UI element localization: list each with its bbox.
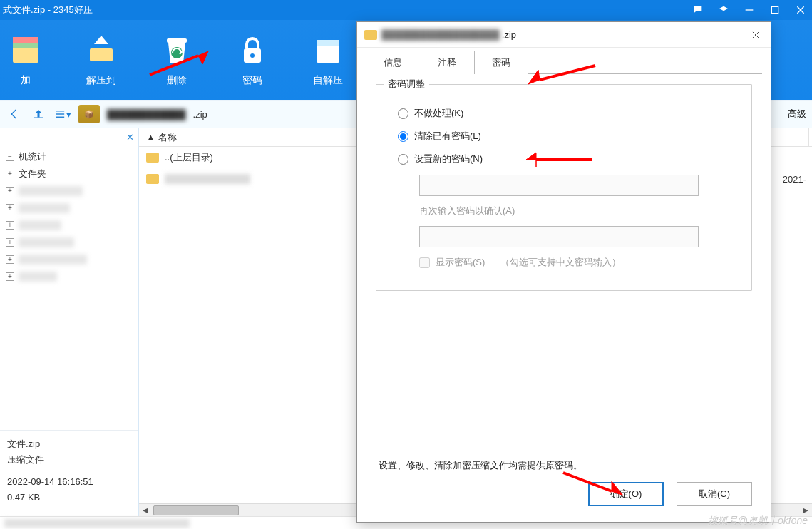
password-group: 密码调整 不做处理(K) 清除已有密码(L) 设置新的密码(N) 再次输入密码以… (376, 84, 752, 291)
delete-icon (157, 30, 197, 70)
lock-icon (232, 30, 272, 70)
dialog-archive-icon (364, 30, 377, 40)
toolbar-add[interactable]: 加 (0, 30, 51, 87)
tree-item[interactable]: + (6, 200, 133, 217)
radio-none[interactable]: 不做处理(K) (398, 102, 730, 125)
svg-rect-4 (13, 37, 38, 43)
tree-item[interactable]: +文件夹 (6, 165, 133, 183)
svg-rect-6 (167, 38, 187, 43)
toolbar-sfx[interactable]: 自解压 (302, 30, 354, 87)
dialog-close-icon[interactable] (748, 27, 764, 43)
sidebar-close-icon[interactable]: ✕ (126, 132, 134, 143)
path-extension: .zip (193, 109, 207, 120)
svg-rect-9 (317, 46, 339, 63)
tree-blurred (19, 220, 61, 230)
tree-label: 机统计 (19, 150, 46, 163)
toolbar-delete-label: 删除 (167, 74, 187, 87)
confirm-label: 再次输入密码以确认(A) (419, 205, 730, 217)
tree-blurred (19, 203, 70, 213)
toolbar-add-label: 加 (21, 74, 31, 87)
minimize-icon[interactable] (742, 3, 756, 17)
dialog-titlebar: ██████████████████ .zip (357, 22, 771, 48)
path-blurred: ████████████ (107, 109, 186, 120)
titlebar: 式文件.zip - 2345好压 (0, 0, 812, 20)
scroll-thumb[interactable] (153, 505, 239, 515)
toolbar-extract[interactable]: 解压到 (76, 30, 127, 87)
status-text (4, 519, 190, 528)
up-icon[interactable] (30, 106, 47, 123)
svg-rect-0 (746, 9, 754, 10)
tree-item[interactable]: + (6, 234, 133, 251)
tree-item[interactable]: −机统计 (6, 148, 133, 165)
svg-rect-5 (90, 48, 113, 61)
view-icon[interactable]: ▾ (54, 106, 71, 123)
password-confirm-input[interactable] (419, 226, 699, 247)
tab-password[interactable]: 密码 (474, 51, 528, 74)
add-icon (6, 30, 46, 70)
ok-button[interactable]: 确定(O) (588, 482, 664, 506)
tree-item[interactable]: + (6, 183, 133, 200)
folder-icon (146, 153, 159, 163)
info-time: 2022-09-14 16:16:51 (7, 476, 131, 492)
radio-set-input[interactable] (398, 154, 408, 165)
dialog-title-ext: .zip (502, 29, 516, 40)
tree-blurred (19, 186, 83, 196)
tree-blurred (19, 237, 74, 247)
row-date: 2021- (783, 174, 806, 185)
tree-blurred (19, 255, 87, 264)
toolbar-password-label: 密码 (242, 74, 262, 87)
toolbar-extract-label: 解压到 (86, 74, 116, 87)
tree-label: 文件夹 (19, 168, 46, 180)
cancel-button[interactable]: 取消(C) (677, 482, 752, 506)
maximize-icon[interactable] (768, 3, 782, 17)
folder-icon (146, 174, 159, 184)
advanced-link[interactable]: 高级 (788, 108, 806, 120)
tree-blurred (19, 272, 57, 282)
back-icon[interactable] (6, 106, 23, 123)
svg-rect-3 (13, 43, 38, 48)
dialog-tabs: 信息 注释 密码 (357, 48, 771, 73)
radio-set-label: 设置新的密码(N) (414, 153, 483, 165)
password-dialog: ██████████████████ .zip 信息 注释 密码 密码调整 不做… (356, 21, 771, 523)
svg-rect-14 (56, 117, 64, 118)
tree-item[interactable]: + (6, 217, 133, 234)
show-password-checkbox[interactable] (419, 257, 430, 268)
svg-rect-13 (56, 113, 64, 114)
password-input[interactable] (419, 175, 699, 196)
feedback-icon[interactable] (691, 3, 705, 17)
show-password-hint: （勾选可支持中文密码输入） (500, 256, 621, 269)
tab-comment[interactable]: 注释 (420, 51, 474, 74)
radio-clear-input[interactable] (398, 131, 408, 142)
svg-rect-12 (56, 111, 64, 111)
dialog-note: 设置、修改、清除加密压缩文件均需提供原密码。 (357, 453, 771, 482)
sidebar-info: 文件.zip 压缩文件 2022-09-14 16:16:51 0.47 KB (0, 430, 138, 516)
tree-item[interactable]: + (6, 251, 133, 268)
toolbar-delete[interactable]: 删除 (151, 30, 202, 87)
show-password-label: 显示密码(S) (436, 256, 485, 269)
toolbar-password[interactable]: 密码 (227, 30, 278, 87)
info-size: 0.47 KB (7, 492, 131, 508)
tab-info[interactable]: 信息 (366, 51, 420, 74)
radio-clear-label: 清除已有密码(L) (414, 130, 481, 143)
dialog-title-blurred: ██████████████████ (381, 29, 500, 40)
info-type: 压缩文件 (7, 453, 131, 469)
extract-icon (81, 30, 121, 70)
radio-clear[interactable]: 清除已有密码(L) (398, 125, 730, 148)
radio-none-input[interactable] (398, 108, 408, 119)
row-blurred (165, 174, 250, 184)
svg-rect-11 (34, 118, 43, 119)
sfx-icon (308, 30, 348, 70)
row-label: ..(上层目录) (165, 151, 213, 164)
tree-item[interactable]: + (6, 268, 133, 285)
group-legend: 密码调整 (384, 78, 429, 91)
svg-point-8 (250, 53, 255, 58)
skin-icon[interactable] (716, 3, 731, 17)
svg-rect-2 (13, 47, 38, 63)
radio-none-label: 不做处理(K) (414, 107, 463, 120)
scroll-left-icon[interactable]: ◄ (139, 505, 152, 516)
svg-rect-10 (317, 40, 339, 46)
radio-set[interactable]: 设置新的密码(N) (398, 148, 730, 170)
watermark: 搜狐号@奥凯丰okfone (708, 515, 808, 528)
window-title: 式文件.zip - 2345好压 (3, 4, 691, 16)
close-icon[interactable] (793, 3, 808, 17)
